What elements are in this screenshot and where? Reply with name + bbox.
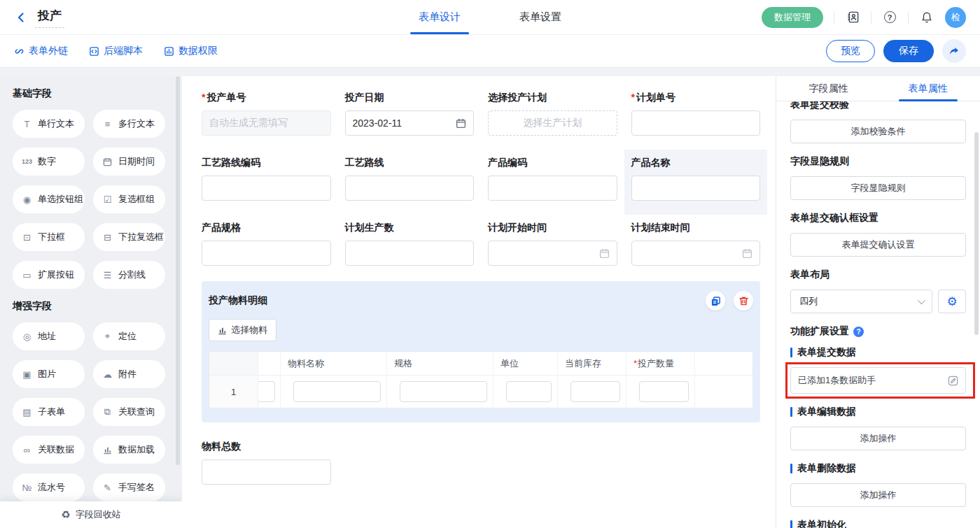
select-plan-button[interactable]: 选择生产计划 bbox=[488, 110, 617, 136]
field-input[interactable] bbox=[202, 176, 331, 201]
field-input[interactable] bbox=[345, 241, 475, 266]
sidebar-field-item[interactable]: T 单行文本 bbox=[13, 110, 85, 138]
cell-input-spec[interactable] bbox=[400, 381, 487, 402]
tab-form-design[interactable]: 表单设计 bbox=[410, 0, 469, 34]
date-input[interactable]: 2023-02-11 bbox=[345, 110, 475, 136]
form-field-product-name[interactable]: 产品名称 bbox=[624, 150, 768, 215]
form-field-product-spec[interactable]: 产品规格 bbox=[195, 215, 338, 280]
page-title[interactable]: 投产 bbox=[35, 6, 64, 28]
sidebar-field-item[interactable]: ◉ 单选按钮组 bbox=[13, 185, 85, 213]
field-input[interactable] bbox=[345, 176, 475, 201]
delete-button[interactable] bbox=[734, 291, 753, 311]
save-button[interactable]: 保存 bbox=[883, 40, 934, 62]
field-input[interactable] bbox=[202, 459, 331, 485]
sidebar-field-item[interactable]: ⊟ 下拉复选框 bbox=[93, 223, 165, 251]
date-input[interactable] bbox=[631, 241, 761, 266]
data-assistant-entry[interactable]: 已添加1条数据助手 bbox=[790, 367, 966, 394]
visibility-rules-button[interactable]: 字段显隐规则 bbox=[790, 176, 966, 200]
textarea-icon: ≡ bbox=[102, 119, 113, 129]
sidebar-field-item[interactable]: № 流水号 bbox=[13, 473, 85, 501]
contact-book-icon[interactable] bbox=[845, 10, 860, 25]
copy-icon bbox=[710, 296, 721, 306]
sidebar-field-item[interactable]: ☁ 附件 bbox=[93, 360, 165, 388]
cell-input-stock[interactable] bbox=[570, 381, 620, 402]
select-material-button[interactable]: 选择物料 bbox=[209, 319, 276, 341]
cell-input-material-name[interactable] bbox=[293, 381, 381, 402]
form-canvas[interactable]: 投产单号 自动生成无需填写 投产日期 2023-02-11 选择投产计划 选择生… bbox=[182, 76, 776, 528]
sidebar-field-item[interactable]: ∞ 关联数据 bbox=[13, 436, 85, 464]
subform-material-detail[interactable]: 投产物料明细 选择物料 bbox=[202, 281, 760, 422]
calendar-icon bbox=[742, 248, 752, 259]
form-field-plan-end[interactable]: 计划结束时间 bbox=[624, 215, 768, 280]
add-edit-action-button[interactable]: 添加操作 bbox=[790, 427, 966, 450]
layout-select[interactable]: 四列 bbox=[790, 290, 932, 313]
add-delete-action-button[interactable]: 添加操作 bbox=[790, 483, 966, 507]
layout-settings-button[interactable]: ⚙ bbox=[938, 290, 966, 313]
form-field-material-total[interactable]: 物料总数 bbox=[195, 434, 338, 499]
number-icon: 123 bbox=[21, 158, 33, 165]
help-icon[interactable]: ? bbox=[853, 327, 864, 337]
form-field-route[interactable]: 工艺路线 bbox=[338, 150, 482, 215]
script-icon bbox=[89, 46, 99, 57]
copy-button[interactable] bbox=[706, 291, 725, 311]
properties-scrollbar[interactable] bbox=[974, 132, 979, 335]
sidebar-scrollbar[interactable] bbox=[176, 76, 180, 465]
field-input[interactable] bbox=[202, 241, 331, 266]
cell-input-qty[interactable] bbox=[639, 381, 689, 402]
sidebar-field-item[interactable]: 123 数字 bbox=[13, 148, 85, 176]
form-toolbar: 表单外链 后端脚本 数据权限 预览 保存 bbox=[0, 35, 980, 68]
add-validation-button[interactable]: 添加校验条件 bbox=[790, 120, 966, 143]
field-input[interactable] bbox=[488, 176, 617, 201]
sidebar-field-item[interactable]: ≡ 多行文本 bbox=[93, 110, 165, 138]
data-permission-button[interactable]: 数据权限 bbox=[164, 45, 218, 57]
cell-input-clipped[interactable] bbox=[258, 381, 275, 402]
share-button[interactable] bbox=[942, 39, 966, 63]
image-icon: ▣ bbox=[21, 369, 33, 380]
form-field-plan-no[interactable]: 计划单号 bbox=[624, 85, 768, 150]
form-field-select-plan[interactable]: 选择投产计划 选择生产计划 bbox=[481, 85, 624, 150]
sidebar-field-item[interactable]: ⧉ 关联查询 bbox=[93, 398, 165, 426]
preview-button[interactable]: 预览 bbox=[826, 40, 875, 62]
field-input[interactable]: 自动生成无需填写 bbox=[202, 110, 331, 136]
trash-icon bbox=[738, 296, 749, 306]
date-input[interactable] bbox=[488, 241, 617, 266]
sidebar-field-item[interactable]: ✎ 手写签名 bbox=[93, 473, 165, 501]
submit-confirm-button[interactable]: 表单提交确认设置 bbox=[790, 233, 966, 257]
field-recycle-bin[interactable]: ♻ 字段回收站 bbox=[0, 501, 182, 528]
avatar[interactable]: 检 bbox=[945, 7, 966, 28]
sidebar-field-item[interactable]: ◎ 地址 bbox=[13, 322, 85, 350]
cell-input-unit[interactable] bbox=[506, 381, 552, 402]
backend-script-button[interactable]: 后端脚本 bbox=[89, 45, 143, 57]
sidebar-field-item[interactable]: ☑ 复选框组 bbox=[93, 185, 165, 213]
form-field-route-code[interactable]: 工艺路线编码 bbox=[195, 150, 338, 215]
sidebar-field-item[interactable]: 数据加载 bbox=[93, 436, 165, 464]
data-manage-button[interactable]: 数据管理 bbox=[762, 7, 823, 28]
help-icon[interactable]: ? bbox=[882, 10, 897, 25]
back-icon[interactable] bbox=[14, 10, 28, 24]
form-field-order-no[interactable]: 投产单号 自动生成无需填写 bbox=[195, 85, 338, 150]
sidebar-field-item[interactable]: ▣ 图片 bbox=[13, 360, 85, 388]
sidebar-field-item[interactable]: ⌖ 定位 bbox=[93, 322, 165, 350]
field-input[interactable] bbox=[631, 110, 761, 136]
divider bbox=[871, 11, 872, 24]
form-field-product-code[interactable]: 产品编码 bbox=[481, 150, 624, 215]
bell-icon[interactable] bbox=[919, 10, 934, 25]
tab-form-settings[interactable]: 表单设置 bbox=[511, 0, 570, 34]
tab-form-properties[interactable]: 表单属性 bbox=[899, 76, 958, 101]
field-input[interactable] bbox=[631, 176, 761, 201]
sidebar-field-item[interactable]: 日期时间 bbox=[93, 148, 165, 176]
divider bbox=[908, 11, 909, 24]
sidebar-field-item[interactable]: ▤ 子表单 bbox=[13, 398, 85, 426]
form-field-plan-qty[interactable]: 计划生产数 bbox=[338, 215, 482, 280]
section-form-init: 表单初始化 bbox=[790, 519, 966, 528]
sidebar-field-item[interactable]: ▭ 扩展按钮 bbox=[13, 261, 85, 289]
sidebar-field-item[interactable]: ☰ 分割线 bbox=[93, 261, 165, 289]
sidebar-field-item[interactable]: ⊡ 下拉框 bbox=[13, 223, 85, 251]
tab-field-properties[interactable]: 字段属性 bbox=[799, 76, 858, 101]
column-header: 物料名称 bbox=[281, 352, 387, 375]
main-tabs: 表单设计 表单设置 bbox=[410, 0, 570, 34]
edit-icon[interactable] bbox=[948, 376, 958, 386]
external-link-button[interactable]: 表单外链 bbox=[14, 45, 68, 57]
form-field-date[interactable]: 投产日期 2023-02-11 bbox=[338, 85, 482, 150]
form-field-plan-start[interactable]: 计划开始时间 bbox=[481, 215, 624, 280]
